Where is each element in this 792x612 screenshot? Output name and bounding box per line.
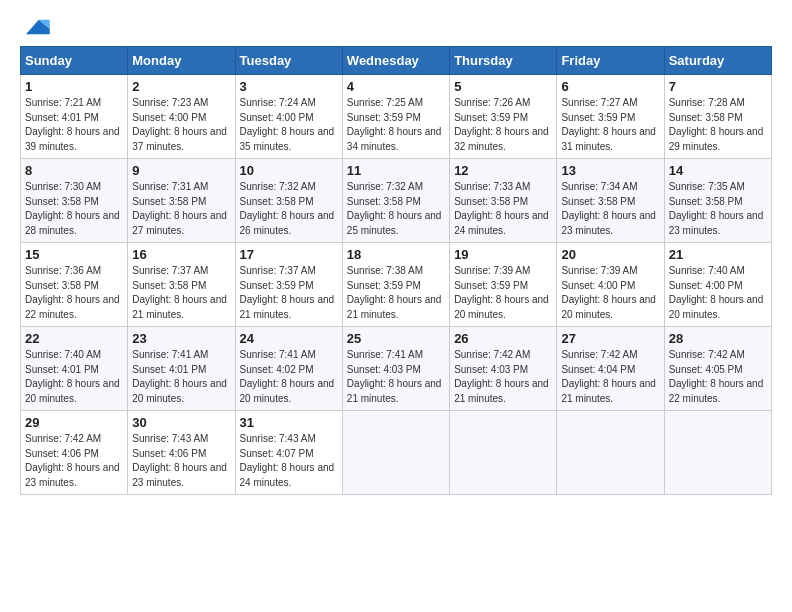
day-number: 7 <box>669 79 767 94</box>
cell-info: Sunrise: 7:42 AM Sunset: 4:04 PM Dayligh… <box>561 348 659 406</box>
calendar-cell: 20 Sunrise: 7:39 AM Sunset: 4:00 PM Dayl… <box>557 243 664 327</box>
cell-info: Sunrise: 7:40 AM Sunset: 4:01 PM Dayligh… <box>25 348 123 406</box>
calendar-cell: 25 Sunrise: 7:41 AM Sunset: 4:03 PM Dayl… <box>342 327 449 411</box>
page-header <box>20 16 772 38</box>
day-number: 25 <box>347 331 445 346</box>
day-number: 6 <box>561 79 659 94</box>
calendar-cell: 31 Sunrise: 7:43 AM Sunset: 4:07 PM Dayl… <box>235 411 342 495</box>
calendar-cell: 18 Sunrise: 7:38 AM Sunset: 3:59 PM Dayl… <box>342 243 449 327</box>
calendar-cell: 7 Sunrise: 7:28 AM Sunset: 3:58 PM Dayli… <box>664 75 771 159</box>
cell-info: Sunrise: 7:27 AM Sunset: 3:59 PM Dayligh… <box>561 96 659 154</box>
calendar-cell: 10 Sunrise: 7:32 AM Sunset: 3:58 PM Dayl… <box>235 159 342 243</box>
day-number: 31 <box>240 415 338 430</box>
calendar-cell: 4 Sunrise: 7:25 AM Sunset: 3:59 PM Dayli… <box>342 75 449 159</box>
day-number: 15 <box>25 247 123 262</box>
cell-info: Sunrise: 7:43 AM Sunset: 4:07 PM Dayligh… <box>240 432 338 490</box>
calendar-day-header: Friday <box>557 47 664 75</box>
day-number: 14 <box>669 163 767 178</box>
calendar-day-header: Wednesday <box>342 47 449 75</box>
cell-info: Sunrise: 7:42 AM Sunset: 4:05 PM Dayligh… <box>669 348 767 406</box>
day-number: 20 <box>561 247 659 262</box>
cell-info: Sunrise: 7:33 AM Sunset: 3:58 PM Dayligh… <box>454 180 552 238</box>
calendar-cell: 24 Sunrise: 7:41 AM Sunset: 4:02 PM Dayl… <box>235 327 342 411</box>
day-number: 22 <box>25 331 123 346</box>
cell-info: Sunrise: 7:37 AM Sunset: 3:58 PM Dayligh… <box>132 264 230 322</box>
cell-info: Sunrise: 7:21 AM Sunset: 4:01 PM Dayligh… <box>25 96 123 154</box>
calendar-cell <box>342 411 449 495</box>
calendar-day-header: Monday <box>128 47 235 75</box>
calendar-cell: 23 Sunrise: 7:41 AM Sunset: 4:01 PM Dayl… <box>128 327 235 411</box>
day-number: 1 <box>25 79 123 94</box>
calendar-table: SundayMondayTuesdayWednesdayThursdayFrid… <box>20 46 772 495</box>
day-number: 19 <box>454 247 552 262</box>
calendar-cell: 3 Sunrise: 7:24 AM Sunset: 4:00 PM Dayli… <box>235 75 342 159</box>
calendar-day-header: Saturday <box>664 47 771 75</box>
calendar-cell: 27 Sunrise: 7:42 AM Sunset: 4:04 PM Dayl… <box>557 327 664 411</box>
calendar-cell: 19 Sunrise: 7:39 AM Sunset: 3:59 PM Dayl… <box>450 243 557 327</box>
cell-info: Sunrise: 7:28 AM Sunset: 3:58 PM Dayligh… <box>669 96 767 154</box>
calendar-cell: 9 Sunrise: 7:31 AM Sunset: 3:58 PM Dayli… <box>128 159 235 243</box>
cell-info: Sunrise: 7:41 AM Sunset: 4:01 PM Dayligh… <box>132 348 230 406</box>
day-number: 9 <box>132 163 230 178</box>
calendar-week-row: 1 Sunrise: 7:21 AM Sunset: 4:01 PM Dayli… <box>21 75 772 159</box>
cell-info: Sunrise: 7:35 AM Sunset: 3:58 PM Dayligh… <box>669 180 767 238</box>
cell-info: Sunrise: 7:32 AM Sunset: 3:58 PM Dayligh… <box>240 180 338 238</box>
calendar-cell: 1 Sunrise: 7:21 AM Sunset: 4:01 PM Dayli… <box>21 75 128 159</box>
day-number: 26 <box>454 331 552 346</box>
calendar-day-header: Thursday <box>450 47 557 75</box>
calendar-cell: 8 Sunrise: 7:30 AM Sunset: 3:58 PM Dayli… <box>21 159 128 243</box>
calendar-cell: 16 Sunrise: 7:37 AM Sunset: 3:58 PM Dayl… <box>128 243 235 327</box>
calendar-cell: 17 Sunrise: 7:37 AM Sunset: 3:59 PM Dayl… <box>235 243 342 327</box>
day-number: 3 <box>240 79 338 94</box>
cell-info: Sunrise: 7:26 AM Sunset: 3:59 PM Dayligh… <box>454 96 552 154</box>
calendar-week-row: 22 Sunrise: 7:40 AM Sunset: 4:01 PM Dayl… <box>21 327 772 411</box>
calendar-cell: 2 Sunrise: 7:23 AM Sunset: 4:00 PM Dayli… <box>128 75 235 159</box>
calendar-cell: 6 Sunrise: 7:27 AM Sunset: 3:59 PM Dayli… <box>557 75 664 159</box>
cell-info: Sunrise: 7:43 AM Sunset: 4:06 PM Dayligh… <box>132 432 230 490</box>
cell-info: Sunrise: 7:42 AM Sunset: 4:03 PM Dayligh… <box>454 348 552 406</box>
calendar-header-row: SundayMondayTuesdayWednesdayThursdayFrid… <box>21 47 772 75</box>
calendar-cell: 26 Sunrise: 7:42 AM Sunset: 4:03 PM Dayl… <box>450 327 557 411</box>
day-number: 5 <box>454 79 552 94</box>
day-number: 28 <box>669 331 767 346</box>
cell-info: Sunrise: 7:31 AM Sunset: 3:58 PM Dayligh… <box>132 180 230 238</box>
calendar-cell: 29 Sunrise: 7:42 AM Sunset: 4:06 PM Dayl… <box>21 411 128 495</box>
calendar-cell: 15 Sunrise: 7:36 AM Sunset: 3:58 PM Dayl… <box>21 243 128 327</box>
calendar-week-row: 15 Sunrise: 7:36 AM Sunset: 3:58 PM Dayl… <box>21 243 772 327</box>
logo-icon <box>22 16 50 38</box>
day-number: 18 <box>347 247 445 262</box>
day-number: 2 <box>132 79 230 94</box>
calendar-cell: 12 Sunrise: 7:33 AM Sunset: 3:58 PM Dayl… <box>450 159 557 243</box>
calendar-day-header: Sunday <box>21 47 128 75</box>
day-number: 11 <box>347 163 445 178</box>
calendar-cell: 14 Sunrise: 7:35 AM Sunset: 3:58 PM Dayl… <box>664 159 771 243</box>
cell-info: Sunrise: 7:39 AM Sunset: 3:59 PM Dayligh… <box>454 264 552 322</box>
day-number: 17 <box>240 247 338 262</box>
day-number: 4 <box>347 79 445 94</box>
cell-info: Sunrise: 7:36 AM Sunset: 3:58 PM Dayligh… <box>25 264 123 322</box>
cell-info: Sunrise: 7:30 AM Sunset: 3:58 PM Dayligh… <box>25 180 123 238</box>
cell-info: Sunrise: 7:32 AM Sunset: 3:58 PM Dayligh… <box>347 180 445 238</box>
calendar-cell <box>450 411 557 495</box>
cell-info: Sunrise: 7:39 AM Sunset: 4:00 PM Dayligh… <box>561 264 659 322</box>
logo <box>20 16 50 38</box>
calendar-cell: 28 Sunrise: 7:42 AM Sunset: 4:05 PM Dayl… <box>664 327 771 411</box>
calendar-week-row: 8 Sunrise: 7:30 AM Sunset: 3:58 PM Dayli… <box>21 159 772 243</box>
calendar-cell: 11 Sunrise: 7:32 AM Sunset: 3:58 PM Dayl… <box>342 159 449 243</box>
day-number: 24 <box>240 331 338 346</box>
day-number: 27 <box>561 331 659 346</box>
day-number: 8 <box>25 163 123 178</box>
day-number: 21 <box>669 247 767 262</box>
calendar-week-row: 29 Sunrise: 7:42 AM Sunset: 4:06 PM Dayl… <box>21 411 772 495</box>
cell-info: Sunrise: 7:40 AM Sunset: 4:00 PM Dayligh… <box>669 264 767 322</box>
cell-info: Sunrise: 7:38 AM Sunset: 3:59 PM Dayligh… <box>347 264 445 322</box>
calendar-cell: 5 Sunrise: 7:26 AM Sunset: 3:59 PM Dayli… <box>450 75 557 159</box>
day-number: 23 <box>132 331 230 346</box>
cell-info: Sunrise: 7:24 AM Sunset: 4:00 PM Dayligh… <box>240 96 338 154</box>
day-number: 30 <box>132 415 230 430</box>
calendar-cell: 22 Sunrise: 7:40 AM Sunset: 4:01 PM Dayl… <box>21 327 128 411</box>
cell-info: Sunrise: 7:23 AM Sunset: 4:00 PM Dayligh… <box>132 96 230 154</box>
calendar-cell: 13 Sunrise: 7:34 AM Sunset: 3:58 PM Dayl… <box>557 159 664 243</box>
calendar-cell <box>664 411 771 495</box>
cell-info: Sunrise: 7:37 AM Sunset: 3:59 PM Dayligh… <box>240 264 338 322</box>
